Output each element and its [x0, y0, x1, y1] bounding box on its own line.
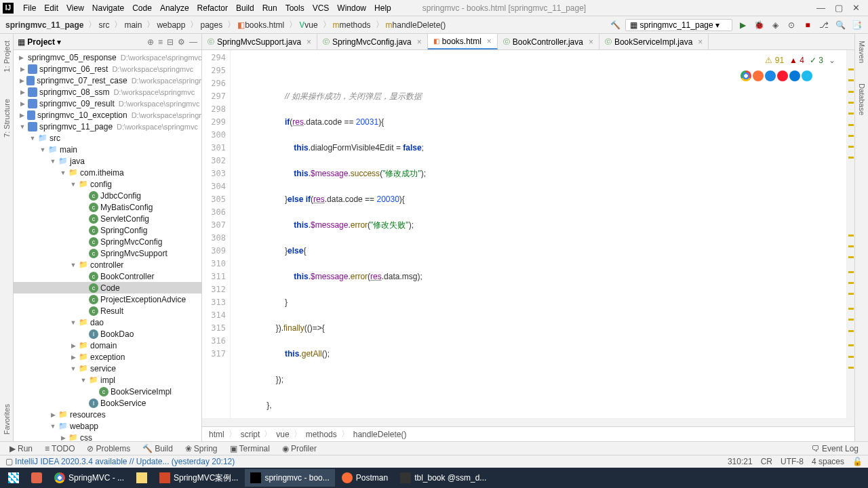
- tab-event-log[interactable]: 🗨 Event Log: [806, 443, 864, 454]
- tree-item[interactable]: ▶resources: [14, 409, 201, 420]
- tree-item[interactable]: ▼controller: [14, 259, 201, 270]
- task-explorer[interactable]: [131, 469, 153, 487]
- menu-view[interactable]: View: [62, 2, 88, 14]
- close-button[interactable]: ✕: [852, 3, 860, 13]
- close-tab-icon[interactable]: ×: [698, 37, 703, 47]
- tree-item[interactable]: ▼dao: [14, 317, 201, 328]
- run-config-select[interactable]: ▦ springmvc_11_page ▾: [625, 19, 732, 31]
- task-powerpoint[interactable]: SpringMVC案例...: [154, 469, 243, 487]
- tree-item[interactable]: ▶domain: [14, 340, 201, 351]
- hide-icon[interactable]: —: [189, 37, 197, 47]
- tool-structure[interactable]: 7: Structure: [3, 99, 11, 138]
- tree-item[interactable]: ProjectExceptionAdvice: [14, 293, 201, 305]
- menu-analyze[interactable]: Analyze: [156, 2, 193, 14]
- run-icon[interactable]: ▶: [736, 19, 749, 31]
- debug-icon[interactable]: 🐞: [753, 19, 765, 31]
- tree-item[interactable]: BookController: [14, 270, 201, 282]
- tree-item[interactable]: ▶springmvc_10_exceptionD:\workspace\spri…: [14, 109, 201, 121]
- lock-icon[interactable]: 🔓: [852, 457, 863, 466]
- project-tree[interactable]: ▶springmvc_05_responseD:\workspace\sprin…: [14, 50, 201, 441]
- tree-item[interactable]: JdbcConfig: [14, 190, 201, 201]
- editor-tab[interactable]: ⓒSpringMvcSupport.java×: [202, 34, 317, 49]
- editor-tab[interactable]: ◧books.html×: [428, 34, 498, 49]
- profile-icon[interactable]: ⊙: [785, 19, 797, 31]
- expand-icon[interactable]: ≡: [158, 37, 163, 47]
- structure-breadcrumb[interactable]: html〉 script〉 vue〉 methods〉 handleDelete…: [202, 426, 854, 441]
- collapse-icon[interactable]: ⊟: [167, 37, 174, 47]
- close-tab-icon[interactable]: ×: [589, 37, 593, 47]
- menu-edit[interactable]: Edit: [40, 2, 62, 14]
- tree-item[interactable]: ▼springmvc_11_pageD:\workspace\springmvc: [14, 121, 201, 132]
- tree-item[interactable]: ▼src: [14, 132, 201, 144]
- search-icon[interactable]: 🔍: [834, 19, 846, 31]
- task-postman[interactable]: Postman: [336, 469, 393, 487]
- menu-file[interactable]: File: [19, 2, 40, 14]
- task-search[interactable]: [26, 469, 47, 487]
- inspection-widget[interactable]: ⚠ 91 ▲ 4 ✓ 3 ⌄: [765, 54, 835, 67]
- vcs-icon[interactable]: ⎇: [818, 19, 830, 31]
- crumb-webapp[interactable]: webapp: [157, 20, 185, 30]
- tab-build[interactable]: 🔨 Build: [137, 443, 178, 454]
- tree-item[interactable]: ▼config: [14, 178, 201, 190]
- tab-terminal[interactable]: ▣ Terminal: [224, 443, 275, 454]
- coverage-icon[interactable]: ◈: [769, 19, 781, 31]
- crumb-file[interactable]: books.html: [245, 20, 284, 30]
- settings-icon[interactable]: 📑: [850, 19, 863, 31]
- stop-icon[interactable]: ■: [802, 19, 814, 31]
- tree-item[interactable]: ▶css: [14, 432, 201, 441]
- crumb-vue[interactable]: vue: [304, 20, 317, 30]
- tree-item[interactable]: ▶springmvc_07_rest_caseD:\workspace\spri…: [14, 75, 201, 86]
- tree-item[interactable]: SpringConfig: [14, 224, 201, 236]
- edge-icon[interactable]: [789, 70, 800, 81]
- task-db[interactable]: tbl_book @ssm_d...: [395, 469, 492, 487]
- menu-run[interactable]: Run: [258, 2, 281, 14]
- tree-item[interactable]: ▼webapp: [14, 420, 201, 432]
- crumb-handledelete[interactable]: handleDelete(): [393, 20, 446, 30]
- encoding[interactable]: UTF-8: [781, 457, 804, 466]
- tree-item[interactable]: BookService: [14, 397, 201, 409]
- error-stripe[interactable]: [846, 50, 854, 418]
- task-chrome[interactable]: SpringMVC - ...: [49, 469, 130, 487]
- tool-favorites[interactable]: Favorites: [3, 404, 11, 434]
- editor-tab[interactable]: ⓒSpringMvcConfig.java×: [317, 34, 428, 49]
- tab-problems[interactable]: ⊘ Problems: [81, 443, 136, 454]
- tree-item[interactable]: ▼impl: [14, 374, 201, 386]
- locate-icon[interactable]: ⊕: [147, 37, 154, 47]
- tree-item[interactable]: ▼java: [14, 155, 201, 167]
- tree-item[interactable]: ▶springmvc_06_restD:\workspace\springmvc: [14, 63, 201, 75]
- tree-item[interactable]: Code: [14, 282, 201, 293]
- horizontal-scrollbar[interactable]: [202, 418, 854, 426]
- browser-preview-icons[interactable]: [741, 70, 812, 81]
- build-icon[interactable]: 🔨: [609, 19, 621, 31]
- tab-spring[interactable]: ❀ Spring: [180, 443, 223, 454]
- menu-vcs[interactable]: VCS: [309, 2, 334, 14]
- menu-help[interactable]: Help: [370, 2, 395, 14]
- start-button[interactable]: [3, 469, 24, 487]
- crumb-project[interactable]: springmvc_11_page: [5, 20, 83, 30]
- tree-item[interactable]: ▶springmvc_08_ssmD:\workspace\springmvc: [14, 86, 201, 98]
- tree-item[interactable]: ServletConfig: [14, 213, 201, 224]
- tab-profiler[interactable]: ◉ Profiler: [277, 443, 322, 454]
- tree-item[interactable]: BookServiceImpl: [14, 386, 201, 397]
- indent[interactable]: 4 spaces: [812, 457, 844, 466]
- menu-window[interactable]: Window: [333, 2, 370, 14]
- tree-item[interactable]: SpringMvcConfig: [14, 236, 201, 247]
- tree-item[interactable]: MyBatisConfig: [14, 201, 201, 213]
- tree-item[interactable]: ▶springmvc_05_responseD:\workspace\sprin…: [14, 52, 201, 63]
- editor-tab[interactable]: ⓒBookController.java×: [498, 34, 599, 49]
- caret-position[interactable]: 310:21: [728, 457, 753, 466]
- minimize-button[interactable]: —: [816, 3, 825, 13]
- tool-maven[interactable]: Maven: [858, 41, 866, 63]
- crumb-pages[interactable]: pages: [200, 20, 222, 30]
- close-tab-icon[interactable]: ×: [307, 37, 311, 47]
- gear-icon[interactable]: ⚙: [178, 37, 185, 47]
- chrome-icon[interactable]: [741, 70, 751, 81]
- close-tab-icon[interactable]: ×: [417, 37, 422, 47]
- tree-item[interactable]: ▼service: [14, 363, 201, 374]
- tree-item[interactable]: Result: [14, 305, 201, 317]
- crumb-methods[interactable]: methods: [340, 20, 371, 30]
- firefox-icon[interactable]: [753, 70, 764, 81]
- maximize-button[interactable]: ▢: [835, 3, 843, 13]
- code-editor[interactable]: ⚠ 91 ▲ 4 ✓ 3 ⌄ // 如果操作成功，关闭弹层，显示数据: [231, 50, 846, 418]
- tab-todo[interactable]: ≡ TODO: [39, 443, 80, 454]
